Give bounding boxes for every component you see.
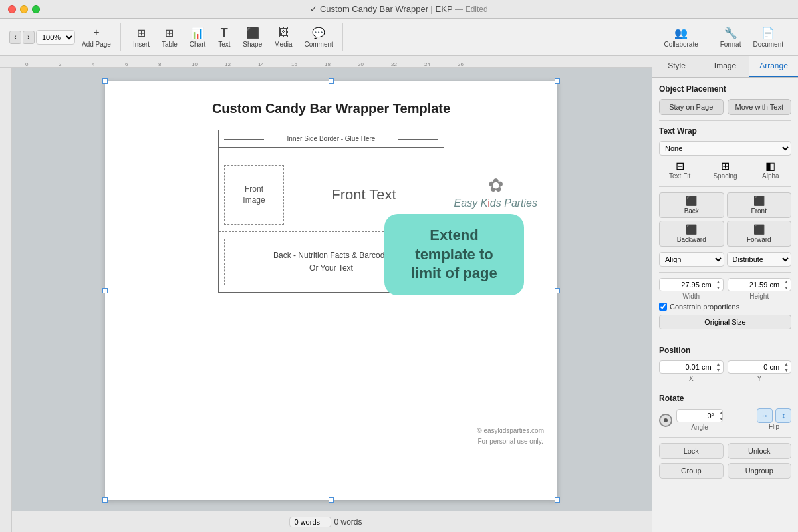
x-input-wrap: ▲ ▼: [659, 360, 724, 374]
size-row: ▲ ▼ Width ▲ ▼ Height: [659, 278, 791, 300]
text-fit-row: ⊟ Text Fit ⊞ Spacing ◧ Alpha: [659, 160, 791, 181]
close-button[interactable]: [8, 5, 16, 13]
collaborate-button[interactable]: 👥 Collaborate: [659, 23, 704, 51]
y-input-wrap: ▲ ▼: [728, 360, 792, 374]
height-input[interactable]: [728, 279, 783, 291]
distribute-select[interactable]: Distribute: [727, 252, 792, 267]
inner-side-border: Inner Side Border - Glue Here: [219, 130, 444, 148]
lock-btns: Lock Unlock: [659, 443, 791, 459]
ruler-left: [0, 68, 12, 532]
align-select[interactable]: Align: [659, 252, 724, 267]
tab-arrange[interactable]: Arrange: [749, 56, 798, 77]
y-stepper: ▲ ▼: [782, 361, 791, 373]
shape-icon: ⬛: [246, 26, 259, 39]
unlock-btn[interactable]: Unlock: [728, 443, 792, 459]
canvas-content[interactable]: Custom Candy Bar Wrapper Template Inner …: [0, 68, 652, 532]
angle-step-down[interactable]: ▼: [718, 416, 724, 422]
original-size-btn[interactable]: Original Size: [659, 315, 791, 329]
media-button[interactable]: 🖼 Media: [269, 23, 297, 51]
text-button[interactable]: T Text: [212, 23, 236, 51]
lock-btn[interactable]: Lock: [659, 443, 724, 459]
height-label: Height: [749, 293, 769, 300]
x-step-up[interactable]: ▲: [716, 361, 722, 367]
tab-image[interactable]: Image: [701, 56, 749, 77]
traffic-lights: [8, 5, 40, 13]
angle-field: ▲ ▼ Angle: [676, 409, 723, 431]
rotate-circle[interactable]: [659, 414, 672, 427]
handle-top-left[interactable]: [102, 78, 108, 84]
backward-order-btn[interactable]: ⬛ Backward: [659, 221, 724, 247]
insert-button[interactable]: ⊞ Insert: [128, 23, 155, 51]
flip-vertical-btn[interactable]: ↕: [775, 408, 791, 423]
border-line-right: [398, 139, 438, 140]
angle-input[interactable]: [677, 410, 717, 422]
flip-horizontal-btn[interactable]: ↔: [757, 408, 773, 423]
back-order-btn[interactable]: ⬛ Back: [659, 192, 724, 218]
position-section: Position ▲ ▼ X: [659, 346, 791, 382]
height-step-up[interactable]: ▲: [783, 279, 789, 285]
comment-button[interactable]: 💬 Comment: [299, 23, 338, 51]
toolbar-collaborate-group: 👥 Collaborate: [655, 23, 708, 51]
constrain-checkbox[interactable]: [659, 303, 667, 311]
minimize-button[interactable]: [20, 5, 28, 13]
inner-side-label: Inner Side Border - Glue Here: [285, 135, 378, 142]
x-input[interactable]: [660, 361, 714, 373]
fullscreen-button[interactable]: [32, 5, 40, 13]
logo-text: Easy Kids Parties: [454, 198, 537, 209]
handle-top-right[interactable]: [555, 78, 560, 84]
x-label: X: [689, 375, 694, 382]
height-step-down[interactable]: ▼: [783, 285, 789, 291]
shape-button[interactable]: ⬛ Shape: [237, 23, 267, 51]
divider-6: [659, 437, 791, 438]
add-page-button[interactable]: + Add Page: [76, 23, 116, 51]
stay-on-page-btn[interactable]: Stay on Page: [659, 99, 724, 115]
table-icon: ⊞: [163, 26, 176, 39]
format-button[interactable]: 🔧 Format: [715, 23, 747, 51]
chart-icon: 📊: [191, 26, 204, 39]
document-button[interactable]: 📄 Document: [747, 23, 789, 51]
front-order-btn[interactable]: ⬛ Front: [727, 192, 792, 218]
ruler-mark-20: 20: [356, 61, 390, 67]
ruler-mark-2: 2: [57, 61, 90, 67]
nav-arrows: ‹ ›: [9, 31, 35, 44]
move-with-text-btn[interactable]: Move with Text: [728, 99, 792, 115]
zoom-select[interactable]: 100%: [36, 30, 75, 45]
y-step-down[interactable]: ▼: [783, 367, 789, 373]
forward-order-btn[interactable]: ⬛ Forward: [727, 221, 792, 247]
chart-button[interactable]: 📊 Chart: [184, 23, 211, 51]
handle-bottom-center[interactable]: [329, 497, 334, 503]
handle-top-center[interactable]: [329, 78, 334, 84]
handle-bottom-left[interactable]: [102, 497, 108, 503]
handle-mid-left[interactable]: [102, 288, 108, 293]
ruler-mark-24: 24: [423, 61, 456, 67]
x-field: ▲ ▼ X: [659, 360, 724, 382]
width-input[interactable]: [660, 279, 714, 291]
ungroup-btn[interactable]: Ungroup: [728, 463, 792, 479]
y-step-up[interactable]: ▲: [783, 361, 789, 367]
y-input[interactable]: [728, 361, 783, 373]
width-step-down[interactable]: ▼: [716, 285, 722, 291]
text-wrap-select[interactable]: None: [659, 141, 791, 156]
nav-back[interactable]: ‹: [9, 31, 21, 44]
divider-1: [659, 120, 791, 121]
forward-order-icon: ⬛: [753, 224, 765, 235]
extend-tooltip: Extend template to limit of page: [384, 214, 524, 295]
group-btn[interactable]: Group: [659, 463, 724, 479]
x-step-down[interactable]: ▼: [716, 367, 722, 373]
front-image-box[interactable]: Front Image: [224, 165, 284, 225]
arrange-order-group: ⬛ Back ⬛ Front ⬛ Backward ⬛ Forward: [659, 192, 791, 247]
ruler-mark-4: 4: [90, 61, 124, 67]
word-count-select[interactable]: 0 words: [289, 517, 331, 527]
handle-bottom-right[interactable]: [555, 497, 560, 503]
group-btns: Group Ungroup: [659, 463, 791, 479]
table-button[interactable]: ⊞ Table: [156, 23, 183, 51]
align-row: Align Distribute: [659, 252, 791, 267]
alpha-label: Alpha: [750, 172, 791, 180]
tab-style[interactable]: Style: [652, 56, 701, 77]
width-step-up[interactable]: ▲: [716, 279, 722, 285]
ruler-mark-22: 22: [390, 61, 423, 67]
angle-step-up[interactable]: ▲: [718, 410, 724, 416]
nav-forward[interactable]: ›: [23, 31, 35, 44]
handle-mid-right[interactable]: [555, 288, 560, 293]
add-page-icon: +: [90, 26, 103, 39]
